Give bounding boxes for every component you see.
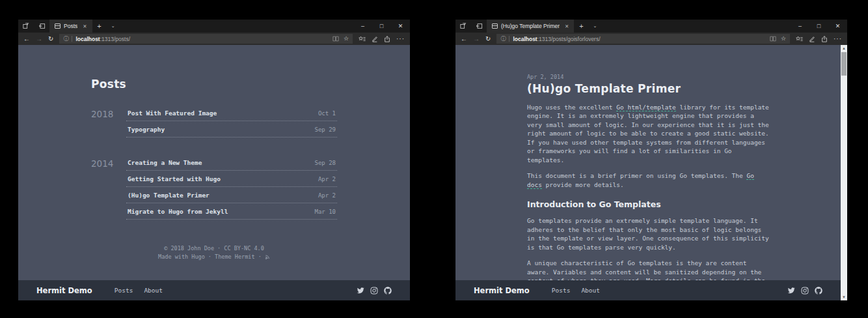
post-title[interactable]: Post With Featured Image (128, 109, 217, 117)
add-notes-pen-icon[interactable] (809, 36, 815, 42)
tab-article[interactable]: (Hu)go Template Primer ✕ (487, 20, 574, 33)
share-icon[interactable] (821, 36, 828, 42)
tab-preview-chevron-icon[interactable]: ⌄ (107, 20, 120, 33)
window-controls: – □ ✕ (791, 20, 847, 33)
post-row[interactable]: Creating a New Theme Sep 28 (126, 154, 337, 171)
nav-link-posts[interactable]: Posts (552, 287, 571, 294)
post-date: Oct 1 (318, 110, 336, 117)
nav-link-about[interactable]: About (144, 287, 163, 294)
post-date: Mar 10 (314, 209, 336, 215)
more-menu-icon[interactable]: ··· (396, 35, 405, 42)
scrollbar-down-arrow[interactable]: ▼ (841, 294, 847, 300)
tab-bar: Posts ✕ + ⌄ – □ ✕ (18, 20, 410, 33)
share-icon[interactable] (384, 36, 390, 42)
divider (509, 36, 509, 42)
reading-view-icon[interactable] (332, 36, 339, 42)
section-heading-introduction: Introduction to Go Templates (527, 199, 769, 209)
link-go-html-template[interactable]: Go html/template (616, 104, 676, 111)
url-path: :1313/posts/goisforlovers/ (537, 36, 601, 42)
nav-link-about[interactable]: About (581, 287, 600, 294)
tab-preview-chevron-icon[interactable]: ⌄ (588, 20, 601, 33)
post-date: Apr 2 (318, 192, 336, 199)
post-group-2018: 2018 Post With Featured Image Oct 1 Typo… (91, 105, 337, 137)
address-bar[interactable]: ⓘ localhost:1313/posts/ ☆ (59, 34, 353, 44)
paragraph: Hugo uses the excellent Go html/template… (527, 103, 769, 164)
url-text: localhost:1313/posts/goisforlovers/ (513, 36, 766, 42)
new-tab-button[interactable]: + (574, 20, 588, 33)
post-title[interactable]: Getting Started with Hugo (128, 175, 221, 182)
paragraph: This document is a brief primer on using… (527, 171, 769, 189)
github-icon[interactable] (815, 287, 822, 295)
more-menu-icon[interactable]: ··· (834, 35, 842, 42)
twitter-icon[interactable] (357, 287, 364, 295)
maximize-button[interactable]: □ (809, 20, 828, 33)
github-icon[interactable] (384, 287, 392, 295)
minimize-button[interactable]: – (353, 20, 372, 33)
footer-copyright: © 2018 John Doe · CC BY-NC 4.0 (91, 244, 337, 253)
page-info-icon[interactable]: ⓘ (63, 35, 68, 42)
close-button[interactable]: ✕ (391, 20, 410, 33)
scrollbar[interactable]: ▲ ▼ (841, 45, 847, 300)
tabs-set-aside-icon[interactable] (34, 20, 49, 33)
back-button[interactable]: ← (461, 36, 467, 42)
site-brand[interactable]: Hermit Demo (36, 286, 92, 295)
twitter-icon[interactable] (787, 287, 795, 295)
page-info-icon[interactable]: ⓘ (500, 35, 506, 42)
post-row[interactable]: Getting Started with Hugo Apr 2 (126, 171, 337, 187)
paragraph: A unique characteristic of Go templates … (527, 259, 769, 280)
scrollbar-thumb[interactable] (841, 52, 847, 76)
refresh-button[interactable]: ↻ (485, 36, 491, 42)
post-row[interactable]: (Hu)go Template Primer Apr 2 (126, 187, 337, 203)
post-title[interactable]: Creating a New Theme (128, 159, 202, 166)
add-favorite-star-icon[interactable]: ☆ (344, 36, 349, 42)
tab-bar: (Hu)go Template Primer ✕ + ⌄ – □ ✕ (455, 20, 847, 33)
tabs-set-aside-icon[interactable] (471, 20, 487, 33)
page-favicon (492, 23, 498, 29)
reading-view-icon[interactable] (770, 36, 776, 42)
site-brand[interactable]: Hermit Demo (474, 286, 530, 295)
post-row[interactable]: Typography Sep 29 (126, 121, 337, 137)
browser-toolbar: ← → ↻ ⓘ localhost:1313/posts/goisforlove… (455, 33, 847, 45)
set-tabs-aside-icon[interactable] (455, 20, 471, 33)
post-row[interactable]: Migrate to Hugo from Jekyll Mar 10 (126, 203, 337, 220)
nav-link-posts[interactable]: Posts (115, 287, 133, 294)
refresh-button[interactable]: ↻ (48, 36, 53, 42)
post-row[interactable]: Post With Featured Image Oct 1 (126, 105, 337, 121)
scrollbar-up-arrow[interactable]: ▲ (841, 45, 847, 51)
posts-page: Posts 2018 Post With Featured Image Oct … (18, 45, 410, 280)
browser-window-article: (Hu)go Template Primer ✕ + ⌄ – □ ✕ ← → ↻… (455, 20, 847, 300)
instagram-icon[interactable] (801, 287, 809, 295)
browser-toolbar: ← → ↻ ⓘ localhost:1313/posts/ ☆ ··· (18, 33, 410, 45)
article-page: Apr 2, 2014 (Hu)go Template Primer Hugo … (455, 45, 841, 280)
social-links (787, 287, 822, 295)
set-tabs-aside-icon[interactable] (18, 20, 34, 33)
tab-close-icon[interactable]: ✕ (563, 23, 569, 29)
post-title[interactable]: Typography (128, 126, 165, 133)
tab-posts[interactable]: Posts ✕ (49, 20, 92, 33)
rss-icon[interactable] (265, 254, 270, 259)
site-navbar: Hermit Demo Posts About (455, 280, 841, 300)
post-title[interactable]: (Hu)go Template Primer (128, 192, 210, 199)
post-date: Apr 2 (318, 176, 336, 182)
tab-close-icon[interactable]: ✕ (81, 23, 87, 29)
year-label: 2018 (91, 105, 126, 137)
favorites-hub-icon[interactable] (796, 36, 803, 42)
maximize-button[interactable]: □ (372, 20, 391, 33)
page-viewport: Apr 2, 2014 (Hu)go Template Primer Hugo … (455, 45, 847, 300)
favorites-hub-icon[interactable] (359, 36, 366, 42)
forward-button: → (473, 36, 480, 42)
add-favorite-star-icon[interactable]: ☆ (781, 36, 786, 42)
address-bar[interactable]: ⓘ localhost:1313/posts/goisforlovers/ ☆ (496, 34, 790, 44)
add-notes-pen-icon[interactable] (372, 36, 378, 42)
divider (72, 36, 72, 42)
address-bar-icons: ☆ (770, 36, 786, 42)
page-favicon (55, 23, 61, 29)
new-tab-button[interactable]: + (92, 20, 107, 33)
instagram-icon[interactable] (370, 287, 378, 295)
back-button[interactable]: ← (23, 36, 30, 42)
browser-window-posts: Posts ✕ + ⌄ – □ ✕ ← → ↻ ⓘ localhost:1313… (18, 20, 410, 300)
close-button[interactable]: ✕ (828, 20, 847, 33)
year-label: 2014 (91, 154, 126, 220)
post-title[interactable]: Migrate to Hugo from Jekyll (128, 208, 228, 215)
minimize-button[interactable]: – (791, 20, 809, 33)
